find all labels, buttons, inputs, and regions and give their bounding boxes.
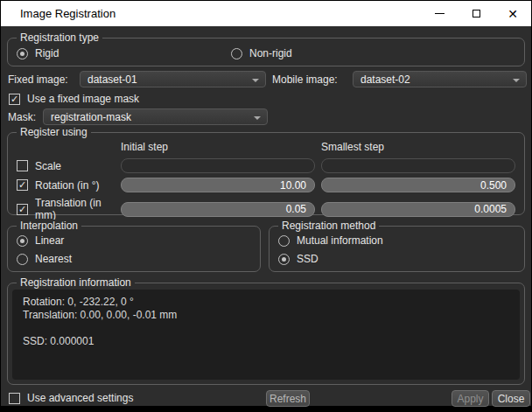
- advanced-settings-checkbox[interactable]: Use advanced settings: [9, 392, 133, 404]
- mobile-image-select[interactable]: dataset-02: [353, 71, 527, 87]
- info-translation-line: Translation: 0.00, 0.00, -0.01 mm: [23, 309, 509, 322]
- radio-ssd-icon: [278, 254, 290, 265]
- scale-initial-input[interactable]: [121, 158, 315, 173]
- registration-method-group: Registration method Mutual information S…: [269, 226, 525, 272]
- registration-type-legend: Registration type: [17, 31, 102, 44]
- scale-label: Scale: [35, 160, 61, 172]
- apply-button[interactable]: Apply: [452, 390, 489, 407]
- translation-label: Translation (in mm): [35, 197, 115, 221]
- maximize-button[interactable]: [458, 1, 494, 26]
- minimize-icon: [435, 13, 444, 14]
- registration-information-textarea[interactable]: Rotation: 0, -232.22, 0 ° Translation: 0…: [12, 290, 520, 380]
- radio-mutual-information[interactable]: Mutual information: [278, 234, 383, 247]
- minimize-button[interactable]: [421, 1, 458, 26]
- title-bar: Image Registration ✕: [1, 1, 531, 26]
- translation-checkbox-icon: [17, 204, 28, 215]
- translation-smallest-input[interactable]: 0.0005: [321, 202, 515, 217]
- close-button[interactable]: ✕: [494, 1, 531, 26]
- maximize-icon: [472, 10, 480, 17]
- radio-mutual-information-label: Mutual information: [297, 234, 383, 247]
- mobile-image-label: Mobile image:: [272, 71, 338, 87]
- register-using-legend: Register using: [17, 126, 91, 138]
- radio-rigid-label: Rigid: [35, 47, 59, 59]
- dialog-body: Registration type Rigid Non-rigid Fixed …: [1, 26, 531, 406]
- mask-value: registration-mask: [51, 111, 131, 123]
- chevron-down-icon: [252, 79, 259, 82]
- translation-checkbox[interactable]: Translation (in mm): [17, 197, 115, 221]
- radio-nearest-label: Nearest: [35, 253, 72, 265]
- scale-checkbox-icon: [17, 160, 28, 171]
- register-using-group: Register using Initial step Smallest ste…: [7, 132, 525, 215]
- radio-linear[interactable]: Linear: [17, 234, 64, 247]
- use-mask-checkbox-icon: [9, 94, 20, 105]
- mask-label: Mask:: [8, 108, 36, 125]
- radio-non-rigid-icon: [231, 48, 242, 59]
- interpolation-legend: Interpolation: [17, 220, 81, 232]
- register-using-grid: Initial step Smallest step Scale Rotatio…: [17, 141, 515, 221]
- mobile-image-value: dataset-02: [360, 73, 410, 86]
- chevron-down-icon: [513, 79, 520, 82]
- use-mask-label: Use a fixed image mask: [27, 93, 139, 105]
- rotation-label: Rotation (in °): [35, 179, 100, 192]
- rotation-initial-input[interactable]: 10.00: [121, 178, 315, 192]
- chevron-down-icon: [254, 116, 261, 120]
- smallest-step-header: Smallest step: [321, 141, 515, 154]
- info-rotation-line: Rotation: 0, -232.22, 0 °: [23, 296, 509, 309]
- window-title: Image Registration: [1, 7, 421, 20]
- registration-information-legend: Registration information: [17, 276, 135, 289]
- rotation-checkbox-icon: [17, 179, 28, 191]
- initial-step-header: Initial step: [121, 141, 315, 154]
- radio-rigid[interactable]: Rigid: [17, 47, 59, 59]
- radio-linear-icon: [17, 235, 28, 247]
- radio-linear-label: Linear: [35, 234, 64, 247]
- mask-select[interactable]: registration-mask: [43, 108, 268, 125]
- registration-information-group: Registration information Rotation: 0, -2…: [7, 283, 525, 385]
- radio-ssd[interactable]: SSD: [278, 253, 318, 265]
- fixed-image-select[interactable]: dataset-01: [80, 71, 266, 87]
- fixed-image-value: dataset-01: [88, 73, 137, 86]
- radio-non-rigid[interactable]: Non-rigid: [231, 47, 292, 59]
- scale-checkbox[interactable]: Scale: [17, 160, 115, 172]
- scale-smallest-input[interactable]: [321, 158, 515, 173]
- rotation-checkbox[interactable]: Rotation (in °): [17, 179, 115, 192]
- image-registration-window: Image Registration ✕ Registration type R…: [0, 0, 532, 412]
- radio-mutual-information-icon: [278, 235, 290, 247]
- close-action-button[interactable]: Close: [492, 390, 530, 407]
- translation-initial-input[interactable]: 0.05: [121, 202, 315, 217]
- rotation-smallest-input[interactable]: 0.500: [321, 178, 515, 192]
- registration-type-group: Registration type Rigid Non-rigid: [7, 38, 525, 66]
- radio-rigid-icon: [17, 48, 28, 59]
- advanced-settings-label: Use advanced settings: [27, 392, 133, 404]
- refresh-button[interactable]: Refresh: [266, 390, 310, 407]
- info-blank-line: [23, 322, 509, 335]
- interpolation-group: Interpolation Linear Nearest: [7, 226, 261, 272]
- radio-non-rigid-label: Non-rigid: [249, 47, 292, 59]
- close-icon: ✕: [508, 8, 518, 20]
- fixed-image-label: Fixed image:: [8, 71, 68, 87]
- info-ssd-line: SSD: 0.000001: [23, 335, 509, 348]
- radio-ssd-label: SSD: [297, 253, 318, 265]
- radio-nearest-icon: [17, 254, 28, 265]
- advanced-settings-checkbox-icon: [9, 393, 20, 404]
- registration-method-legend: Registration method: [278, 220, 379, 232]
- radio-nearest[interactable]: Nearest: [17, 253, 72, 265]
- use-mask-checkbox[interactable]: Use a fixed image mask: [9, 93, 139, 105]
